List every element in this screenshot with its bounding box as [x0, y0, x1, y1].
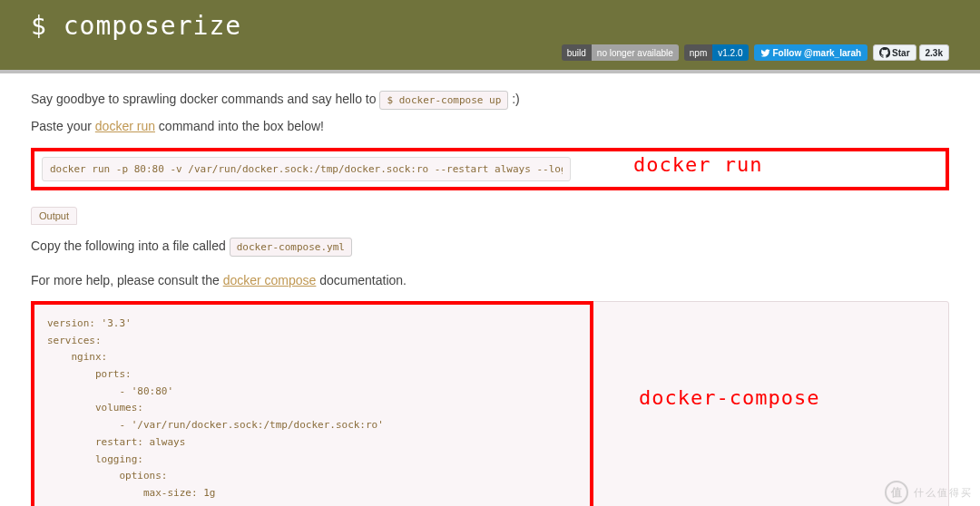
badge-row: build no longer available npm v1.2.0 Fol…: [31, 41, 949, 66]
annotation-label-input: docker run: [633, 153, 762, 176]
watermark: 值 什么值得买: [885, 481, 973, 504]
docker-command-input[interactable]: [42, 157, 571, 181]
code-chip-compose-up: $ docker-compose up: [379, 91, 508, 110]
intro-line-1: Say goodbye to sprawling docker commands…: [31, 86, 949, 113]
output-desc-2: For more help, please consult the docker…: [31, 268, 949, 292]
docker-compose-doc-link[interactable]: docker compose: [223, 273, 317, 287]
twitter-follow-button[interactable]: Follow @mark_larah: [754, 44, 868, 61]
output-desc-1: Copy the following into a file called do…: [31, 234, 949, 259]
annotation-label-output: docker-compose: [639, 386, 819, 409]
output-annotation-box: version: '3.3' services: nginx: ports: -…: [31, 301, 593, 506]
code-chip-filename: docker-compose.yml: [230, 238, 352, 257]
github-star-button[interactable]: Star 2.3k: [873, 44, 949, 61]
npm-badge[interactable]: npm v1.2.0: [684, 44, 749, 61]
page-title: $ composerize: [31, 11, 949, 41]
twitter-icon: [760, 48, 770, 58]
intro-line-2: Paste your docker run command into the b…: [31, 113, 949, 139]
output-yaml[interactable]: version: '3.3' services: nginx: ports: -…: [34, 305, 590, 506]
input-annotation-box: docker run: [31, 148, 949, 190]
docker-run-link[interactable]: docker run: [95, 119, 155, 133]
github-icon: [879, 47, 890, 58]
build-badge[interactable]: build no longer available: [562, 44, 679, 61]
page-header: $ composerize build no longer available …: [0, 0, 980, 70]
watermark-text: 什么值得买: [914, 486, 973, 500]
watermark-icon: 值: [885, 481, 908, 504]
output-tab[interactable]: Output: [31, 207, 77, 225]
